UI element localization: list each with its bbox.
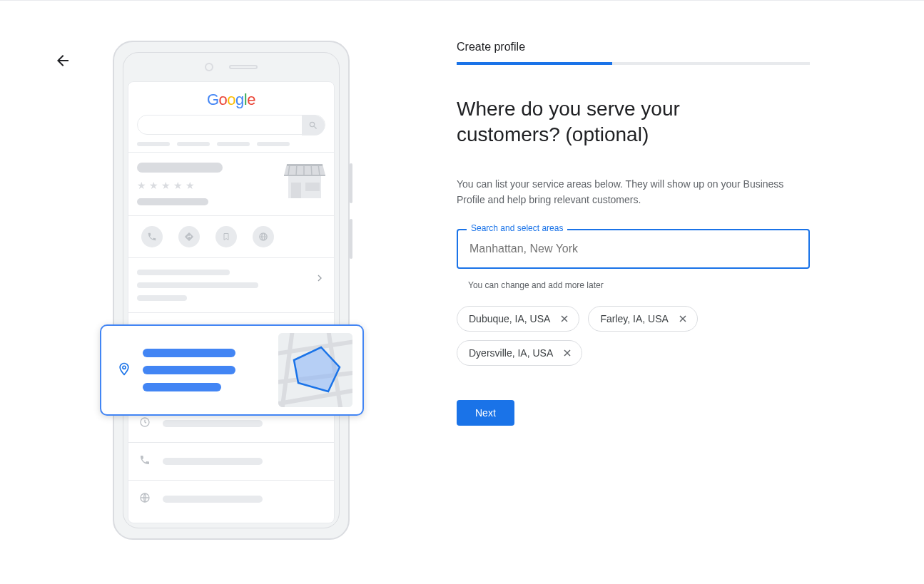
directions-icon xyxy=(178,226,200,247)
svg-rect-1 xyxy=(291,183,301,198)
next-button[interactable]: Next xyxy=(457,400,514,426)
remove-chip-icon[interactable] xyxy=(557,312,572,326)
back-button[interactable] xyxy=(54,52,71,69)
phone-icon xyxy=(141,226,163,247)
page-headline: Where do you serve your customers? (opti… xyxy=(457,96,771,148)
service-area-search-input[interactable] xyxy=(457,229,810,269)
progress-bar xyxy=(457,62,810,65)
chip-label: Dubuque, IA, USA xyxy=(469,313,550,324)
map-pin-icon xyxy=(117,360,131,380)
service-area-map-thumbnail xyxy=(278,333,352,407)
remove-chip-icon[interactable] xyxy=(560,346,574,360)
area-chip[interactable]: Dubuque, IA, USA xyxy=(457,306,579,332)
page-subtext: You can list your service areas below. T… xyxy=(457,176,785,208)
remove-chip-icon[interactable] xyxy=(676,312,690,326)
globe-outline-icon xyxy=(138,492,151,506)
chip-label: Farley, IA, USA xyxy=(600,313,668,324)
area-chip[interactable]: Dyersville, IA, USA xyxy=(457,340,582,366)
chevron-right-icon xyxy=(314,272,325,287)
mock-search-bar xyxy=(137,115,325,135)
globe-icon xyxy=(253,226,274,247)
search-field-helper: You can change and add more later xyxy=(457,276,810,290)
progress-fill xyxy=(457,62,612,65)
clock-icon xyxy=(138,416,151,431)
service-area-highlight-card xyxy=(100,324,364,416)
step-title: Create profile xyxy=(457,41,810,62)
chip-label: Dyersville, IA, USA xyxy=(469,347,553,359)
phone-mockup: Google xyxy=(113,41,350,540)
search-icon xyxy=(302,116,325,135)
selected-areas-chips: Dubuque, IA, USA Farley, IA, USA Dyersvi… xyxy=(457,306,810,366)
bookmark-icon xyxy=(215,226,237,247)
storefront-icon xyxy=(284,161,325,200)
svg-point-5 xyxy=(123,366,126,369)
google-logo: Google xyxy=(128,82,334,115)
area-chip[interactable]: Farley, IA, USA xyxy=(588,306,697,332)
svg-rect-2 xyxy=(305,183,320,191)
phone-outline-icon xyxy=(138,454,151,468)
search-field-label: Search and select areas xyxy=(467,223,567,233)
